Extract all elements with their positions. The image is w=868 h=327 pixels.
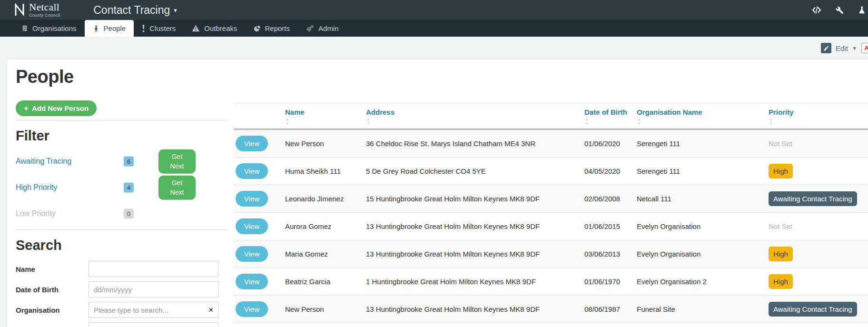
cell-name: Pepe [284,323,365,327]
cell-address: 15 Huntingbrooke Great Holm Milton Keyne… [365,185,583,213]
table-row: View Maria Gomez 13 Huntingbrooke Great … [234,240,868,268]
cell-dob: 02/06/2008 [583,185,636,213]
search-field-row: Organisation ✕ [16,302,227,318]
search-input-organisation[interactable] [89,302,218,318]
brand-name: Netcall [29,2,60,12]
table-row: View Huma Sheikh 111 5 De Grey Road Colc… [234,158,868,185]
column-header-date-of-birth[interactable]: Date of Birth ▲▼ [583,103,636,129]
cell-dob: 01/06/1987 [583,323,636,327]
get-next-button[interactable]: Get Next [158,149,196,174]
clear-icon[interactable]: ✕ [208,306,214,314]
tab-people[interactable]: People [85,20,134,37]
tab-organisations[interactable]: Organisations [13,20,85,37]
priority-badge: Awaiting Contact Tracing [769,302,857,317]
brand-subtitle: County Council [29,13,60,18]
search-field-label: Date of Birth [16,286,89,294]
wrench-icon[interactable] [836,6,844,14]
filter-link-awaiting-tracing[interactable]: Awaiting Tracing [16,157,71,166]
cell-organisation: Funeral Site [636,323,768,327]
cell-organisation: Funeral Site [636,296,768,323]
cell-priority: High [768,240,868,268]
cell-dob: 08/06/1987 [583,296,636,323]
people-table: Name ▲▼ Address ▲▼ Date of Birth ▲▼ Orga… [234,103,868,327]
search-input-name[interactable] [89,261,218,277]
cell-dob: 03/06/2013 [583,240,636,268]
cell-address: 5 De Grey Road Colchester CO4 5YE [365,158,583,185]
tab-admin[interactable]: Admin [298,20,347,37]
priority-badge: Not Set [769,222,792,230]
topbar-icons [812,0,866,20]
cell-organisation: Serengeti 111 [636,158,768,185]
view-button[interactable]: View [236,246,268,262]
edit-button[interactable]: Edit [836,44,848,52]
cell-priority: Not Set [768,213,868,240]
pie-chart-icon [254,25,261,32]
page-title: People [16,67,227,87]
filter-list: Awaiting Tracing 6 Get Next High Priorit… [16,149,227,226]
caret-down-icon: ▾ [174,7,177,14]
top-header-bar: Netcall County Council Contact Tracing ▾ [0,0,868,20]
column-header-name[interactable]: Name ▲▼ [284,103,365,129]
view-button[interactable]: View [236,191,268,207]
person-icon [93,25,99,32]
sort-icon: ▲▼ [584,118,589,126]
filter-item: Awaiting Tracing 6 Get Next [16,149,227,173]
filter-link-low-priority: Low Priority [16,209,56,218]
column-header-address[interactable]: Address ▲▼ [365,103,583,129]
filter-count-badge: 6 [124,157,134,167]
search-input-address[interactable] [89,322,218,327]
search-field-label: Organisation [16,306,89,314]
table-row: View Pepe Two Mile Ash Street Milton Key… [234,323,868,327]
filter-link-high-priority[interactable]: High Priority [16,183,57,192]
edit-group: Edit ▼ A [821,43,868,53]
app-title-dropdown[interactable]: Contact Tracing ▾ [93,4,177,17]
cell-priority: Awaiting Contact Tracing [768,185,868,213]
filter-section-title: Filter [16,128,227,144]
cell-address: Two Mile Ash Street Milton Keynes MK6 9D… [365,323,583,327]
filter-item: High Priority 4 Get Next [16,176,227,199]
warning-icon [192,25,200,32]
people-table-panel: Name ▲▼ Address ▲▼ Date of Birth ▲▼ Orga… [234,103,868,327]
tab-clusters[interactable]: Clusters [134,20,184,37]
view-button[interactable]: View [236,274,268,289]
cell-organisation: Netcall 111 [636,185,768,213]
netcall-logo: Netcall County Council [14,2,60,18]
column-header-organisation-name[interactable]: Organisation Name ▲▼ [636,103,768,129]
flask-icon[interactable] [858,6,866,15]
edit-pencil-icon[interactable] [821,43,831,53]
tab-reports[interactable]: Reports [246,20,298,37]
tab-outbreaks[interactable]: Outbreaks [184,20,245,37]
column-header-priority[interactable]: Priority ▲▼ [768,103,868,129]
app-title-text: Contact Tracing [93,4,170,17]
search-field-label: Name [16,265,89,273]
view-button[interactable]: View [236,163,268,179]
code-icon[interactable] [812,6,821,14]
sort-icon: ▲▼ [769,118,773,126]
search-input-date-of-birth[interactable] [89,281,218,297]
cell-name: New Person [284,296,365,323]
cell-priority: Not Set [768,129,868,158]
cell-dob: 01/06/2020 [583,129,636,158]
plus-icon: + [24,104,29,112]
cell-address: 1 Huntingbrooke Great Holm Milton Keynes… [365,268,583,296]
cell-address: 13 Huntingbrooke Great Holm Milton Keyne… [365,296,583,323]
search-field-row: Date of Birth [16,281,227,297]
table-body: View New Person 36 Cheldoc Rise St. Mary… [234,129,868,327]
priority-badge: Not Set [769,139,792,148]
add-new-person-button[interactable]: + Add New Person [16,100,97,116]
view-button[interactable]: View [236,301,268,317]
cell-name: Aurora Gomez [284,213,365,240]
cell-priority: High [768,268,868,296]
filter-item: Low Priority 0 [16,202,227,226]
pdf-export-icon[interactable]: A [861,43,868,53]
view-button[interactable]: View [236,136,268,151]
get-next-button[interactable]: Get Next [158,176,196,200]
filter-count-badge: 4 [124,183,134,193]
view-button[interactable]: View [236,218,268,234]
cell-name: Leonardo Jimenez [284,185,365,213]
building-icon [21,25,28,32]
cell-priority: Awaiting Contact Tracing [768,323,868,327]
priority-badge: Awaiting Contact Tracing [769,191,857,206]
search-field-row: Name [16,261,227,277]
table-row: View Leonardo Jimenez 15 Huntingbrooke G… [234,185,868,213]
